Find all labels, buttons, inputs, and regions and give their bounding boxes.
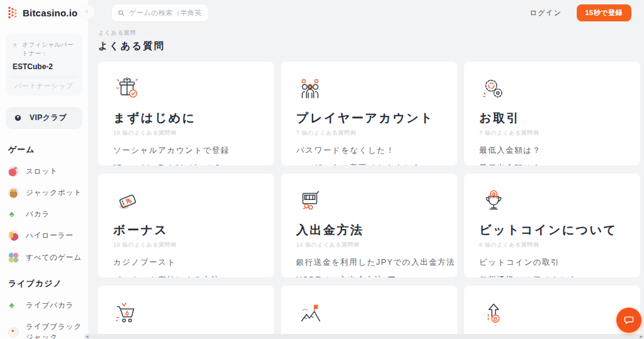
- ticket-icon: [113, 187, 142, 216]
- faq-link[interactable]: USDTでの入出金方法: [296, 275, 442, 277]
- faq-link[interactable]: ボーナスを有効にする方法: [113, 275, 259, 277]
- faq-link[interactable]: 銀行送金を利用したJPYでの入出金方法: [296, 257, 442, 268]
- arrow-b-icon: [479, 299, 508, 328]
- partner-card: オフィシャルパートナー： ESTCube-2 パートナーシップ: [6, 34, 82, 96]
- sidebar-item[interactable]: バカラ: [8, 209, 88, 220]
- sidebar-item-label: ライブバカラ: [26, 300, 74, 311]
- wallet-emoji: [387, 277, 396, 277]
- sidebar-item-label: スロット: [26, 166, 58, 177]
- sidebar-item[interactable]: ライブブラックジャック: [8, 321, 88, 339]
- faq-category-card[interactable]: ボーナス 10 個のよくある質問例 カジノブースト ボーナスを有効にする方法: [98, 174, 274, 277]
- live-baccarat-icon: [8, 300, 19, 311]
- login-link[interactable]: ログイン: [530, 8, 562, 18]
- bitcasino-logo-icon: [7, 6, 18, 19]
- trophy-icon: [479, 187, 508, 216]
- faq-link[interactable]: ソーシャルアカウントで登録: [113, 145, 259, 156]
- all-games-icon: [8, 252, 19, 263]
- search-input[interactable]: [129, 9, 203, 16]
- sidebar-section: ゲーム スロット ジャックポット: [8, 144, 88, 263]
- baccarat-icon: [8, 209, 19, 220]
- sidebar-item[interactable]: ジャックポット: [8, 187, 88, 198]
- jackpot-icon: [8, 187, 19, 198]
- partner-label: オフィシャルパートナー：: [22, 40, 77, 58]
- register-button[interactable]: 15秒で登録: [577, 4, 632, 21]
- faq-link[interactable]: 最低入金額は？: [479, 145, 625, 156]
- logo[interactable]: Bitcasino.io: [0, 0, 88, 25]
- sidebar-item-vip-club[interactable]: VIPクラブ: [6, 107, 82, 129]
- atm-icon: [296, 187, 325, 216]
- card-question-count: 10 個のよくある質問例: [113, 129, 259, 137]
- card-question-count: 7 個のよくある質問例: [479, 129, 625, 137]
- chat-bubble-icon: [621, 312, 637, 328]
- faq-category-card[interactable]: 入出金方法 14 個のよくある質問例 銀行送金を利用したJPYでの入出金方法 U…: [281, 174, 457, 277]
- faq-cards-grid: まずはじめに 10 個のよくある質問例 ソーシャルアカウントで登録 "Prova…: [98, 62, 644, 339]
- search-box[interactable]: [112, 4, 208, 21]
- live-chat-button[interactable]: [616, 308, 641, 333]
- card-question-count: 6 個のよくある質問例: [479, 241, 625, 249]
- card-title: ビットコインについて: [479, 222, 625, 238]
- faq-category-card[interactable]: まずはじめに 10 個のよくある質問例 ソーシャルアカウントで登録 "Prova…: [98, 62, 274, 165]
- sidebar-collapse-button[interactable]: ‹: [79, 4, 94, 19]
- faq-link[interactable]: 最低出金額は？: [479, 163, 625, 165]
- sidebar-item-label: すべてのゲーム: [26, 252, 82, 263]
- card-question-count: 7 個のよくある質問例: [296, 129, 442, 137]
- sidebar-item-label: ジャックポット: [26, 187, 82, 198]
- card-title: 入出金方法: [296, 222, 442, 238]
- cart-icon: [113, 299, 142, 328]
- faq-link[interactable]: "Provably Fair"なゲーム?: [113, 163, 259, 165]
- players-icon: [296, 75, 325, 104]
- faq-category-card[interactable]: ロイヤリティークラブ: [281, 286, 457, 339]
- sidebar-item[interactable]: スロット: [8, 166, 88, 177]
- faq-link[interactable]: パスワードをなくした！: [296, 145, 442, 156]
- sidebar-item[interactable]: ライブバカラ: [8, 300, 88, 311]
- page-title: よくある質問: [98, 40, 644, 52]
- faq-link[interactable]: ビットコインの取引: [479, 257, 625, 268]
- logo-text: Bitcasino.io: [23, 8, 77, 18]
- gears-icon: [479, 75, 508, 104]
- partner-name[interactable]: ESTCube-2: [13, 62, 77, 71]
- sidebar-item-label: ライブブラックジャック: [26, 321, 83, 339]
- partner-headset-icon: [11, 40, 18, 50]
- card-question-count: 14 個のよくある質問例: [296, 241, 442, 249]
- main-content: よくある質問 よくある質問 まずはじめに 10 個のよくある質問例 ソーシャルア…: [88, 25, 644, 339]
- highroller-icon: [8, 230, 19, 241]
- faq-link[interactable]: カジノブースト: [113, 257, 259, 268]
- scroll-right-arrow[interactable]: ▶: [640, 334, 643, 339]
- sidebar-item-label: ハイローラー: [26, 230, 74, 241]
- faq-category-card[interactable]: ビットコインについて 6 個のよくある質問例 ビットコインの取引 仮想通貨とは何…: [464, 174, 640, 277]
- card-title: まずはじめに: [113, 110, 259, 126]
- divider: [11, 77, 77, 77]
- faq-link[interactable]: ユーザー名は変更できますか？: [296, 163, 442, 165]
- sidebar-section-title: ライブカジノ: [8, 278, 88, 289]
- sidebar-section-title: ゲーム: [8, 144, 88, 155]
- card-question-count: 10 個のよくある質問例: [113, 241, 259, 249]
- slots-icon: [8, 166, 19, 177]
- card-title: お取引: [479, 110, 625, 126]
- sidebar-section: ライブカジノ ライブバカラ ライブブラックジャック: [8, 278, 88, 339]
- faq-category-card[interactable]: お取引 7 個のよくある質問例 最低入金額は？ 最低出金額は？: [464, 62, 640, 165]
- vip-label: VIPクラブ: [30, 113, 67, 123]
- breadcrumb[interactable]: よくある質問: [98, 29, 644, 37]
- search-icon: [118, 9, 125, 17]
- partnership-link[interactable]: パートナーシップ: [11, 82, 77, 91]
- card-title: ボーナス: [113, 222, 259, 238]
- sidebar: Bitcasino.io オフィシャルパートナー： ESTCube-2 パートナ…: [0, 0, 88, 339]
- scroll-left-arrow[interactable]: ◀: [86, 334, 89, 339]
- topbar: ログイン 15秒で登録: [88, 0, 644, 25]
- live-blackjack-icon: [8, 327, 19, 338]
- sidebar-item-label: バカラ: [26, 209, 50, 220]
- sidebar-item[interactable]: すべてのゲーム: [8, 252, 88, 263]
- faq-category-card[interactable]: プレイヤーアカウント 7 個のよくある質問例 パスワードをなくした！ ユーザー名…: [281, 62, 457, 165]
- faq-link[interactable]: 仮想通貨とは何ですか？: [479, 275, 625, 277]
- gift-icon: [113, 75, 142, 104]
- card-title: プレイヤーアカウント: [296, 110, 442, 126]
- vip-tuxedo-icon: [12, 112, 24, 124]
- horizontal-scrollbar[interactable]: ◀ ▶: [84, 334, 644, 339]
- faq-category-card[interactable]: 利用規約など: [464, 286, 640, 339]
- sidebar-item[interactable]: ハイローラー: [8, 230, 88, 241]
- mountain-icon: [296, 299, 325, 328]
- faq-category-card[interactable]: 仮想通貨を購入する: [98, 286, 274, 339]
